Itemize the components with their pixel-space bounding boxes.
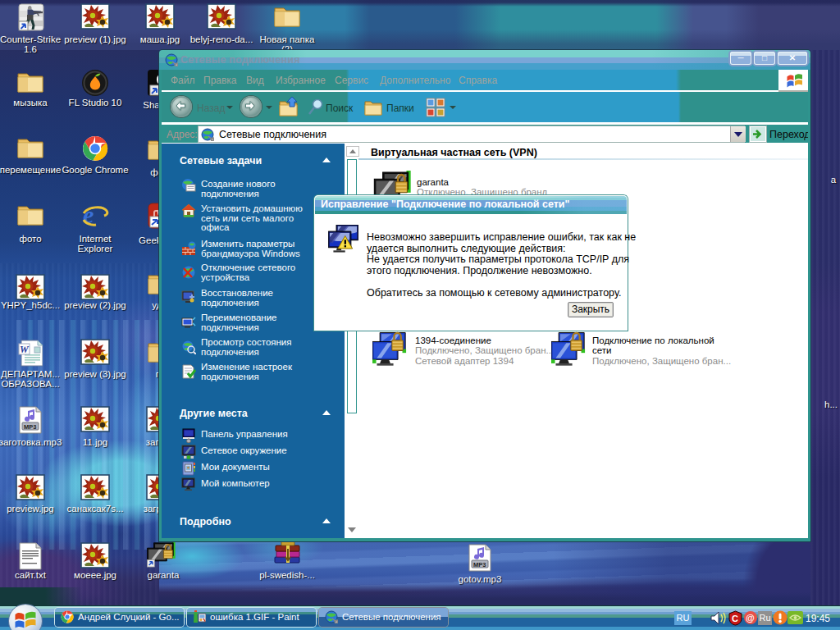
svg-text:@: @	[746, 613, 755, 623]
svg-text:C: C	[732, 614, 738, 623]
